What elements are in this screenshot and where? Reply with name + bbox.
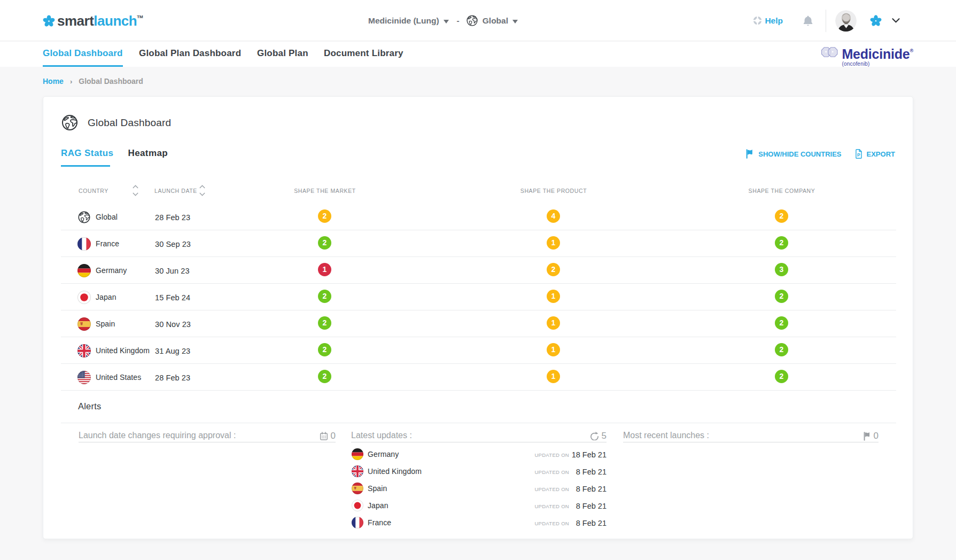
svg-text:P: P <box>857 152 860 158</box>
